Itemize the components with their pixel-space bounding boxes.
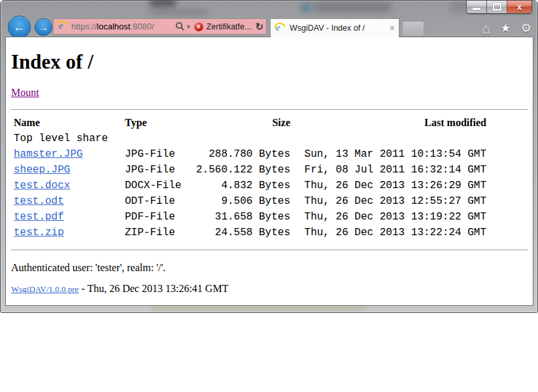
certificate-error-button[interactable]: × Zertifikatfe... xyxy=(194,22,252,31)
maximize-button[interactable] xyxy=(487,1,507,13)
glass-blur-decoration xyxy=(313,2,392,12)
file-type: ZIP-File xyxy=(125,225,193,240)
file-type: DOCX-File xyxy=(125,178,193,193)
file-size: 2.560.122 Bytes xyxy=(193,162,290,178)
browser-viewport: Index of / Mount Name Type Size Last mod… xyxy=(5,37,533,306)
maximize-icon xyxy=(493,3,501,10)
certificate-error-icon: × xyxy=(194,22,203,31)
search-icon xyxy=(175,22,185,31)
page-title: Index of / xyxy=(11,50,528,74)
file-type: JPG-File xyxy=(125,162,193,178)
glass-blur-decoration xyxy=(450,1,467,12)
wsgidav-index-page: Index of / Mount Name Type Size Last mod… xyxy=(6,37,533,305)
search-control[interactable]: ▾ xyxy=(175,22,190,31)
mount-paragraph: Mount xyxy=(11,87,528,99)
minimize-icon xyxy=(473,8,480,10)
header-name: Name xyxy=(14,115,125,131)
settings-gear-icon[interactable]: ⚙ xyxy=(521,22,531,34)
file-link[interactable]: hamster.JPG xyxy=(14,148,83,160)
table-row: test.zip ZIP-File 24.558 Bytes Thu, 26 D… xyxy=(14,225,486,240)
screenshot-stage: x ← → e https://localhost:8080/ xyxy=(0,0,538,392)
forward-button[interactable]: → xyxy=(35,18,52,36)
tab-title: WsgiDAV - Index of / xyxy=(290,24,387,33)
back-arrow-icon: ← xyxy=(13,21,25,33)
file-modified: Thu, 26 Dec 2013 12:55:27 GMT xyxy=(290,193,486,209)
url-host: localhost xyxy=(97,22,130,31)
file-modified: Thu, 26 Dec 2013 13:22:24 GMT xyxy=(290,225,486,240)
header-last-modified: Last modified xyxy=(290,115,486,131)
file-link[interactable]: test.odt xyxy=(14,195,64,207)
back-button[interactable]: ← xyxy=(8,16,31,39)
new-tab-button[interactable] xyxy=(402,21,424,37)
certificate-error-label: Zertifikatfe... xyxy=(207,22,252,31)
server-signature: WsgiDAV/1.0.0.pre - Thu, 26 Dec 2013 13:… xyxy=(11,283,528,295)
file-modified: Thu, 26 Dec 2013 13:19:22 GMT xyxy=(290,209,486,225)
mount-link[interactable]: Mount xyxy=(11,87,39,98)
file-size: 31.658 Bytes xyxy=(193,209,290,225)
tab-close-icon[interactable]: × xyxy=(390,24,395,33)
close-button[interactable]: x xyxy=(507,1,531,13)
ie-logo-icon: e xyxy=(275,22,286,35)
file-size: 9.506 Bytes xyxy=(193,193,290,209)
file-type: PDF-File xyxy=(125,209,193,225)
url-text[interactable]: https://localhost:8080/ xyxy=(71,22,175,31)
table-row: test.odt ODT-File 9.506 Bytes Thu, 26 De… xyxy=(14,193,486,209)
auth-status-text: Authenticated user: 'tester', realm: '/'… xyxy=(11,262,528,274)
file-size: 24.558 Bytes xyxy=(193,225,290,240)
file-modified: Thu, 26 Dec 2013 13:26:29 GMT xyxy=(290,178,486,193)
share-note: Top level share xyxy=(14,131,486,146)
file-size: 4.832 Bytes xyxy=(193,178,290,193)
chevron-down-icon: ▾ xyxy=(187,24,190,30)
url-rest: :8080/ xyxy=(130,22,154,31)
file-modified: Fri, 08 Jul 2011 16:32:14 GMT xyxy=(290,162,486,178)
divider xyxy=(11,109,528,110)
table-row: hamster.JPG JPG-File 288.780 Bytes Sun, … xyxy=(14,146,486,162)
server-timestamp: - Thu, 26 Dec 2013 13:26:41 GMT xyxy=(78,283,228,294)
url-scheme: https:// xyxy=(71,22,97,31)
forward-arrow-icon: → xyxy=(39,22,48,32)
file-link[interactable]: sheep.JPG xyxy=(14,164,70,176)
table-row: test.pdf PDF-File 31.658 Bytes Thu, 26 D… xyxy=(14,209,486,225)
toolbar-icons: ⌂ ★ ⚙ xyxy=(482,20,531,36)
file-type: JPG-File xyxy=(125,146,193,162)
window-controls: x xyxy=(466,1,532,14)
close-icon: x xyxy=(517,3,522,11)
minimize-button[interactable] xyxy=(467,1,487,13)
glass-blur-decoration xyxy=(150,0,176,7)
favorites-star-icon[interactable]: ★ xyxy=(500,22,511,34)
table-row: test.docx DOCX-File 4.832 Bytes Thu, 26 … xyxy=(14,178,486,193)
share-note-row: Top level share xyxy=(14,131,486,146)
file-table: Name Type Size Last modified Top level s… xyxy=(14,115,486,240)
ie-logo-icon: e xyxy=(58,20,69,33)
table-header-row: Name Type Size Last modified xyxy=(14,115,486,131)
tab-wsgidav[interactable]: e WsgiDAV - Index of / × xyxy=(270,18,399,37)
refresh-icon[interactable]: ↻ xyxy=(255,21,263,33)
file-link[interactable]: test.zip xyxy=(14,227,64,238)
table-row: sheep.JPG JPG-File 2.560.122 Bytes Fri, … xyxy=(14,162,486,178)
browser-window: x ← → e https://localhost:8080/ xyxy=(0,0,538,313)
file-link[interactable]: test.docx xyxy=(14,180,70,191)
home-icon[interactable]: ⌂ xyxy=(482,22,490,35)
divider xyxy=(11,250,528,250)
header-size: Size xyxy=(193,115,290,131)
glass-blur-decoration xyxy=(301,3,311,12)
file-modified: Sun, 13 Mar 2011 10:13:54 GMT xyxy=(290,146,486,162)
wsgidav-version-link[interactable]: WsgiDAV/1.0.0.pre xyxy=(11,284,78,294)
header-type: Type xyxy=(125,115,193,131)
file-link[interactable]: test.pdf xyxy=(14,211,64,223)
file-size: 288.780 Bytes xyxy=(193,146,290,162)
file-table-body: Top level share hamster.JPG JPG-File 288… xyxy=(14,131,486,240)
file-type: ODT-File xyxy=(125,193,193,209)
glass-blur-decoration xyxy=(150,10,209,15)
address-bar[interactable]: e https://localhost:8080/ ▾ × Zertifikat… xyxy=(53,18,267,35)
